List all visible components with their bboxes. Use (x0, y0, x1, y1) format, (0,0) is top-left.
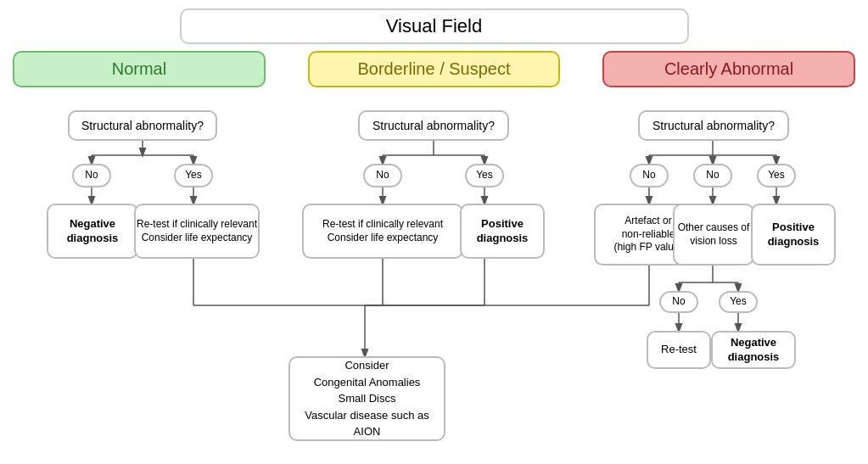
struct-mid: Structural abnormality? (358, 110, 509, 141)
retest3: Re-test (647, 331, 711, 369)
category-borderline: Borderline / Suspect (308, 51, 561, 87)
no4: No (693, 164, 732, 187)
yes3: Yes (757, 164, 796, 187)
other-causes-box: Other causes of vision loss (673, 204, 754, 266)
positive-diagnosis-2: Positive diagnosis (751, 204, 836, 266)
no1: No (72, 164, 111, 187)
title-box: Visual Field (180, 8, 689, 44)
category-abnormal: Clearly Abnormal (602, 51, 855, 87)
negative-diagnosis-2: Negative diagnosis (711, 331, 796, 369)
retest1: Re-test if clinically relevant Consider … (134, 204, 260, 259)
no-sub: No (659, 291, 698, 313)
yes1: Yes (174, 164, 213, 187)
struct-left: Structural abnormality? (68, 110, 217, 141)
category-normal: Normal (13, 51, 266, 87)
diagram: Visual Field Normal Borderline / Suspect… (0, 0, 868, 464)
yes-sub: Yes (719, 291, 758, 313)
categories-row: Normal Borderline / Suspect Clearly Abno… (8, 51, 860, 87)
yes2: Yes (465, 164, 504, 187)
retest2: Re-test if clinically relevant Consider … (302, 204, 463, 259)
consider-box: Consider Congenital Anomalies Small Disc… (288, 356, 445, 441)
positive-diagnosis-1: Positive diagnosis (460, 204, 545, 259)
negative-diagnosis-1: Negative diagnosis (47, 204, 138, 259)
no3: No (630, 164, 669, 187)
struct-right: Structural abnormality? (638, 110, 789, 141)
title-text: Visual Field (386, 15, 482, 36)
no2: No (363, 164, 402, 187)
